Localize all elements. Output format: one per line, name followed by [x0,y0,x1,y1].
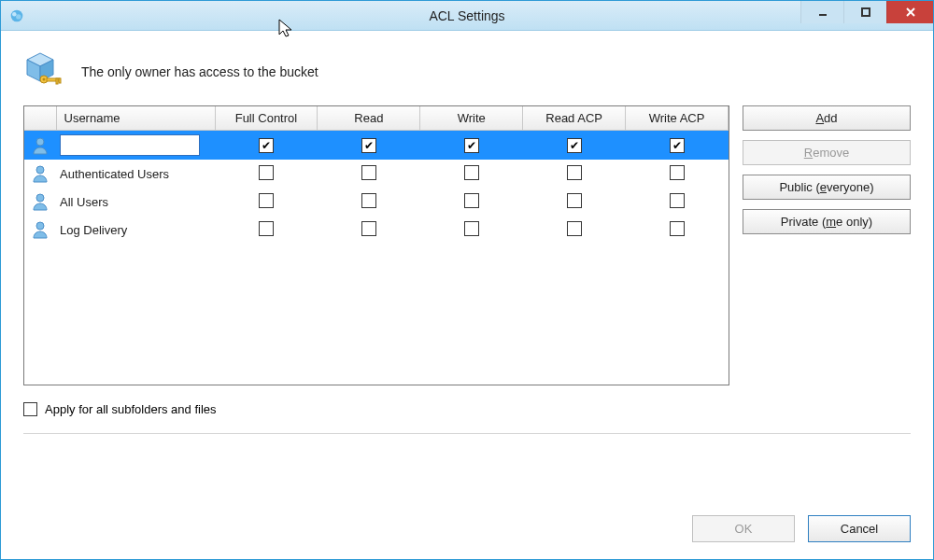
column-header-row: Username Full Control Read Write Read AC… [24,106,729,131]
perm-checkbox-write[interactable] [464,138,479,153]
perm-checkbox-read[interactable] [361,165,376,180]
perm-cell [318,188,420,216]
perm-checkbox-full-control[interactable] [259,193,274,208]
table-row[interactable]: All Users [24,188,729,216]
perm-cell [523,160,626,188]
row-icon-cell [24,188,56,216]
svg-point-18 [36,222,44,230]
apply-checkbox[interactable] [23,402,37,416]
row-user-cell: All Users [56,188,215,216]
perm-checkbox-read[interactable] [361,138,376,153]
titlebar: ACL Settings [1,1,933,31]
window-controls [800,1,933,30]
perm-cell [318,160,420,188]
acl-settings-window: ACL Settings [0,0,934,560]
perm-checkbox-write[interactable] [464,221,479,236]
svg-point-16 [36,166,44,174]
perm-checkbox-write[interactable] [464,165,479,180]
svg-point-15 [36,138,44,146]
perm-cell [626,131,729,161]
col-readacp-header[interactable]: Read ACP [523,106,626,131]
private-button[interactable]: Private (me only) [743,209,911,234]
row-icon-cell [24,160,56,188]
perm-checkbox-read[interactable] [361,193,376,208]
perm-cell [215,216,318,244]
apply-row: Apply for all subfolders and files [23,402,911,416]
table-row[interactable] [24,131,729,161]
separator [23,433,911,434]
side-buttons: Add Remove Public (everyone) Private (me… [743,105,911,385]
row-user-cell: Log Delivery [56,216,215,244]
perm-checkbox-read-acp[interactable] [567,193,582,208]
perm-cell [523,131,626,161]
user-icon [31,192,50,211]
content-area: The only owner has access to the bucket … [1,31,933,559]
add-button[interactable]: Add [743,105,911,131]
user-icon [31,220,50,239]
perm-cell [523,216,626,244]
perm-cell [626,160,729,188]
perm-cell [420,160,523,188]
user-icon [31,136,50,155]
perm-checkbox-full-control[interactable] [259,138,274,153]
svg-point-17 [36,194,44,202]
svg-point-1 [12,11,16,16]
maximize-button[interactable] [843,1,886,23]
cancel-button[interactable]: Cancel [808,515,911,542]
header-text: The only owner has access to the bucket [81,64,318,79]
perm-checkbox-read-acp[interactable] [567,138,582,153]
perm-checkbox-read-acp[interactable] [567,165,582,180]
perm-cell [318,131,420,161]
col-writeacp-header[interactable]: Write ACP [626,106,729,131]
perm-cell [420,131,523,161]
ok-button[interactable]: OK [692,515,795,542]
acl-grid[interactable]: Username Full Control Read Write Read AC… [23,105,729,385]
table-row[interactable]: Authenticated Users [24,160,729,188]
perm-cell [420,188,523,216]
table-row[interactable]: Log Delivery [24,216,729,244]
svg-point-2 [16,14,21,19]
header-row: The only owner has access to the bucket [23,51,911,92]
perm-checkbox-full-control[interactable] [259,221,274,236]
row-icon-cell [24,131,56,161]
footer: OK Cancel [23,502,911,542]
perm-cell [626,216,729,244]
col-fullcontrol-header[interactable]: Full Control [215,106,318,131]
perm-checkbox-write-acp[interactable] [670,165,685,180]
user-icon [31,164,50,183]
perm-checkbox-write-acp[interactable] [670,193,685,208]
username-cell: Log Delivery [60,223,127,237]
perm-checkbox-full-control[interactable] [259,165,274,180]
svg-rect-14 [59,78,61,83]
row-user-cell [56,131,215,161]
perm-cell [215,131,318,161]
col-username-header[interactable]: Username [56,106,215,131]
svg-rect-13 [56,78,58,84]
main-row: Username Full Control Read Write Read AC… [23,105,911,385]
perm-checkbox-read-acp[interactable] [567,221,582,236]
close-button[interactable] [886,1,933,23]
minimize-button[interactable] [800,1,843,23]
username-cell: All Users [60,195,108,209]
perm-checkbox-read[interactable] [361,221,376,236]
username-input[interactable] [60,134,200,156]
perm-checkbox-write-acp[interactable] [670,138,685,153]
window-title: ACL Settings [1,8,933,23]
row-icon-cell [24,216,56,244]
perm-checkbox-write-acp[interactable] [670,221,685,236]
public-button[interactable]: Public (everyone) [743,175,911,200]
apply-label: Apply for all subfolders and files [45,402,217,416]
col-write-header[interactable]: Write [420,106,523,131]
perm-cell [626,188,729,216]
row-user-cell: Authenticated Users [56,160,215,188]
col-read-header[interactable]: Read [318,106,420,131]
perm-cell [318,216,420,244]
bucket-key-icon [23,51,64,92]
perm-cell [215,160,318,188]
username-cell: Authenticated Users [60,167,169,181]
perm-cell [523,188,626,216]
perm-checkbox-write[interactable] [464,193,479,208]
remove-button[interactable]: Remove [743,140,911,165]
perm-cell [215,188,318,216]
svg-rect-4 [862,8,870,16]
